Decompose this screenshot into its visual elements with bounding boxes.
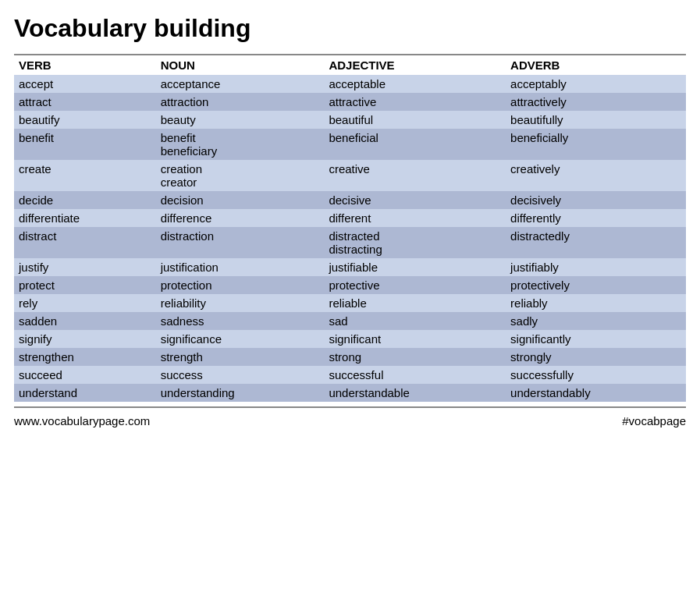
cell-adjective: sad (324, 312, 506, 330)
cell-noun: sadness (156, 312, 325, 330)
cell-noun: understanding (156, 384, 325, 402)
cell-adverb: successfully (506, 366, 686, 384)
cell-adverb: strongly (506, 348, 686, 366)
cell-adverb: differently (506, 209, 686, 227)
cell-noun: distraction (156, 227, 325, 258)
cell-adverb: acceptably (506, 75, 686, 93)
table-row: beautifybeautybeautifulbeautifully (14, 111, 686, 129)
cell-adverb: sadly (506, 312, 686, 330)
table-row: relyreliabilityreliablereliably (14, 294, 686, 312)
cell-noun: creationcreator (156, 160, 325, 191)
cell-adjective: beneficial (324, 129, 506, 160)
cell-adverb: reliably (506, 294, 686, 312)
cell-adjective: different (324, 209, 506, 227)
cell-verb: distract (14, 227, 156, 258)
cell-adjective: distracteddistracting (324, 227, 506, 258)
table-row: createcreationcreatorcreativecreatively (14, 160, 686, 191)
table-row: protectprotectionprotectiveprotectively (14, 276, 686, 294)
cell-noun: reliability (156, 294, 325, 312)
cell-verb: create (14, 160, 156, 191)
table-row: saddensadnesssadsadly (14, 312, 686, 330)
cell-adjective: attractive (324, 93, 506, 111)
cell-verb: accept (14, 75, 156, 93)
cell-verb: differentiate (14, 209, 156, 227)
cell-adverb: beneficially (506, 129, 686, 160)
vocabulary-table: VERB NOUN ADJECTIVE ADVERB acceptaccepta… (14, 54, 686, 402)
cell-adjective: reliable (324, 294, 506, 312)
cell-noun: acceptance (156, 75, 325, 93)
cell-adjective: creative (324, 160, 506, 191)
table-row: signifysignificancesignificantsignifican… (14, 330, 686, 348)
table-row: justifyjustificationjustifiablejustifiab… (14, 258, 686, 276)
cell-adjective: decisive (324, 191, 506, 209)
cell-adjective: protective (324, 276, 506, 294)
cell-verb: succeed (14, 366, 156, 384)
cell-adverb: beautifully (506, 111, 686, 129)
cell-adjective: strong (324, 348, 506, 366)
cell-noun: protection (156, 276, 325, 294)
cell-noun: significance (156, 330, 325, 348)
cell-verb: justify (14, 258, 156, 276)
table-row: decidedecisiondecisivedecisively (14, 191, 686, 209)
footer: www.vocabularypage.com #vocabpage (14, 406, 686, 434)
table-row: benefitbenefitbeneficiarybeneficialbenef… (14, 129, 686, 160)
cell-verb: attract (14, 93, 156, 111)
col-header-noun: NOUN (156, 55, 325, 75)
cell-adjective: beautiful (324, 111, 506, 129)
cell-noun: strength (156, 348, 325, 366)
cell-adjective: successful (324, 366, 506, 384)
cell-verb: benefit (14, 129, 156, 160)
cell-verb: sadden (14, 312, 156, 330)
table-row: understandunderstandingunderstandableund… (14, 384, 686, 402)
cell-adverb: protectively (506, 276, 686, 294)
col-header-verb: VERB (14, 55, 156, 75)
table-header-row: VERB NOUN ADJECTIVE ADVERB (14, 55, 686, 75)
cell-adverb: understandably (506, 384, 686, 402)
cell-adverb: significantly (506, 330, 686, 348)
col-header-adjective: ADJECTIVE (324, 55, 506, 75)
cell-adverb: distractedly (506, 227, 686, 258)
main-container: Vocabulary building VERB NOUN ADJECTIVE … (0, 0, 700, 442)
cell-verb: understand (14, 384, 156, 402)
cell-verb: decide (14, 191, 156, 209)
cell-noun: success (156, 366, 325, 384)
cell-noun: justification (156, 258, 325, 276)
cell-verb: signify (14, 330, 156, 348)
cell-adverb: creatively (506, 160, 686, 191)
table-row: attractattractionattractiveattractively (14, 93, 686, 111)
cell-noun: decision (156, 191, 325, 209)
cell-noun: beauty (156, 111, 325, 129)
table-row: strengthenstrengthstrongstrongly (14, 348, 686, 366)
table-row: differentiatedifferencedifferentdifferen… (14, 209, 686, 227)
cell-verb: protect (14, 276, 156, 294)
page-title: Vocabulary building (14, 14, 686, 43)
cell-verb: beautify (14, 111, 156, 129)
cell-adverb: attractively (506, 93, 686, 111)
cell-noun: benefitbeneficiary (156, 129, 325, 160)
table-row: succeedsuccesssuccessfulsuccessfully (14, 366, 686, 384)
cell-adjective: justifiable (324, 258, 506, 276)
cell-noun: attraction (156, 93, 325, 111)
cell-adjective: acceptable (324, 75, 506, 93)
footer-website: www.vocabularypage.com (14, 414, 150, 427)
cell-adjective: understandable (324, 384, 506, 402)
table-row: acceptacceptanceacceptableacceptably (14, 75, 686, 93)
table-row: distractdistractiondistracteddistracting… (14, 227, 686, 258)
cell-verb: rely (14, 294, 156, 312)
footer-hashtag: #vocabpage (622, 414, 686, 427)
cell-verb: strengthen (14, 348, 156, 366)
cell-noun: difference (156, 209, 325, 227)
cell-adjective: significant (324, 330, 506, 348)
cell-adverb: decisively (506, 191, 686, 209)
col-header-adverb: ADVERB (506, 55, 686, 75)
cell-adverb: justifiably (506, 258, 686, 276)
